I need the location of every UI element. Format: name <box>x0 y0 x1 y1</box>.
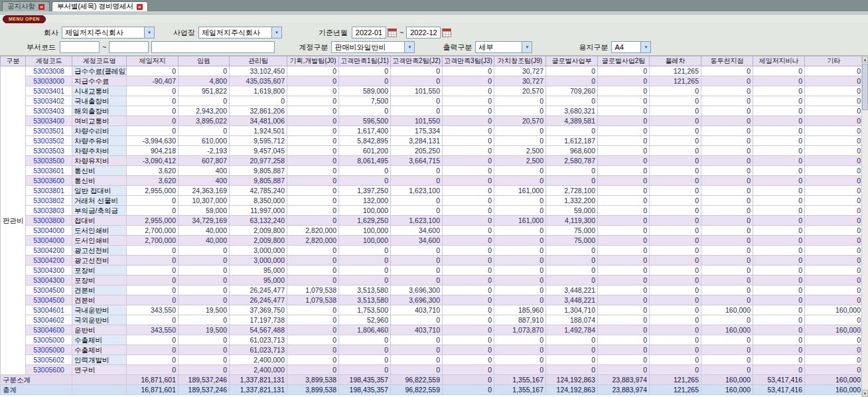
table-row[interactable]: 53003802거래처 선물비010,307,0008,350,0000132,… <box>1 196 863 206</box>
table-row[interactable]: 53004000도서인쇄비2,700,00040,0002,009,8002,8… <box>1 236 863 246</box>
account-code-cell: 53005000 <box>26 335 72 345</box>
value-cell: 185,960 <box>494 305 546 315</box>
table-row[interactable]: 53004300포장비0095,00000000000000 <box>1 276 863 285</box>
table-row[interactable]: 53003800접대비2,955,00034,729,16963,132,240… <box>1 216 863 226</box>
table-row[interactable]: 53004300포장비0095,00000000000000 <box>1 266 863 276</box>
value-cell: 160,000 <box>701 385 753 395</box>
chevron-down-icon[interactable]: ▼ <box>271 27 281 38</box>
table-row[interactable]: 53003401시내교통비0951,8221,619,8000589,00010… <box>1 86 863 96</box>
scroll-up-icon[interactable]: ▲ <box>862 56 868 63</box>
dept-code-to-input[interactable] <box>109 41 149 53</box>
table-row[interactable]: 53005600연구비002,400,00000000000000 <box>1 365 863 375</box>
value-cell: 100,000 <box>339 226 391 236</box>
close-icon[interactable]: × <box>38 4 44 10</box>
table-row[interactable]: 53004602국외운반비0017,197,738052,96000887,91… <box>1 315 863 325</box>
close-icon[interactable]: × <box>137 4 143 10</box>
value-cell: 0 <box>391 355 443 365</box>
table-row[interactable]: 53003600통신비3,6204009,805,88700000000000 <box>1 176 863 186</box>
scrollbar-thumb[interactable] <box>862 64 868 110</box>
table-row[interactable]: 53003500차량유지비-3,090,412607,80720,977,258… <box>1 156 863 166</box>
scrollbar-track[interactable] <box>862 111 868 390</box>
value-cell: 24,363,169 <box>179 186 230 196</box>
table-row[interactable]: 53003403해외출장비02,943,20032,861,206000003,… <box>1 106 863 116</box>
value-cell: 0 <box>443 126 494 136</box>
table-row[interactable]: 53004601국내운반비343,55019,50037,369,75001,7… <box>1 305 863 315</box>
company-select[interactable]: 제일저지주식회사 ▼ <box>62 27 155 39</box>
header-row: 구분계정코드계정코드명제일저지임원관리팀기획,개발팀(J0)고객만족1팀(J1)… <box>1 56 863 66</box>
value-cell: 0 <box>391 206 443 216</box>
summary-label-cell: 구분소계 <box>1 375 72 385</box>
table-row[interactable]: 53003803부의금/축의금059,00011,997,0000100,000… <box>1 206 863 216</box>
value-cell: 0 <box>339 106 391 116</box>
period-from-input[interactable] <box>352 27 386 39</box>
table-row[interactable]: 53004200광고선전비003,000,00000000000000 <box>1 246 863 256</box>
table-row[interactable]: 53003501차량수리비001,924,50101,617,400175,33… <box>1 126 863 136</box>
value-cell: 0 <box>753 266 805 276</box>
table-row[interactable]: 53003801일반 접대비2,955,00024,363,16942,785,… <box>1 186 863 196</box>
value-cell: 0 <box>701 365 753 375</box>
value-cell: 0 <box>443 385 494 395</box>
chevron-down-icon[interactable]: ▼ <box>640 42 650 52</box>
table-row[interactable]: 53005000수출제비0061,023,71300000000000 <box>1 345 863 355</box>
menu-open-button[interactable]: MENU OPEN <box>3 15 46 23</box>
value-cell: 20,977,258 <box>230 156 287 166</box>
table-row[interactable]: 53003503차량주차비904,218-2,1939,457,0450601,… <box>1 146 863 156</box>
expense-table: 구분계정코드계정코드명제일저지임원관리팀기획,개발팀(J0)고객만족1팀(J1)… <box>0 56 863 395</box>
value-cell: 0 <box>443 226 494 236</box>
table-row[interactable]: 53004000도서인쇄비2,700,00040,0002,009,8002,8… <box>1 226 863 236</box>
summary-label-cell: 총계 <box>1 385 72 395</box>
value-cell: 3,000,000 <box>230 256 287 266</box>
calendar-icon[interactable] <box>442 29 451 37</box>
dept-code-from-input[interactable] <box>60 41 100 53</box>
value-cell: 0 <box>443 365 494 375</box>
table-row[interactable]: 53003502차량주유비-3,994,630610,0009,595,7120… <box>1 136 863 146</box>
table-row[interactable]: 판관비53003008급수수료(클레임)0033,102,450000030,7… <box>1 66 863 76</box>
table-row[interactable]: 53004200광고선전비003,000,00000000000000 <box>1 256 863 266</box>
value-cell: 0 <box>598 146 650 156</box>
table-row[interactable]: 53003601통신비3,6204009,805,88700000000000 <box>1 166 863 176</box>
value-cell: 0 <box>598 305 650 315</box>
table-row[interactable]: 53004600운반비343,55019,50054,567,48801,806… <box>1 325 863 335</box>
workplace-select[interactable]: 제일저지주식회사 ▼ <box>198 27 282 39</box>
table-row[interactable]: 53005602인력개발비002,400,00000000000000 <box>1 355 863 365</box>
table-row[interactable]: 53004500견본비0026,245,4771,079,5383,513,58… <box>1 295 863 305</box>
table-row[interactable]: 53003402국내출장비00007,500000000000 <box>1 96 863 106</box>
chevron-down-icon[interactable]: ▼ <box>404 42 414 52</box>
value-cell: 0 <box>598 176 650 186</box>
paper-select[interactable]: A4 ▼ <box>611 41 651 53</box>
column-header: 가치창조팀(J9) <box>494 56 546 66</box>
tab-expense-report[interactable]: 부서별(세목) 경비명세서 × <box>52 1 148 11</box>
table-row[interactable]: 53004500견본비0026,245,4771,079,5383,513,58… <box>1 285 863 295</box>
value-cell: 0 <box>598 166 650 176</box>
table-row[interactable]: 53005000수출제비0061,023,71300000000000 <box>1 335 863 345</box>
subtotal-row[interactable]: 구분소계16,871,601189,537,2461,337,821,1313,… <box>1 375 863 385</box>
chevron-down-icon[interactable]: ▼ <box>144 27 154 38</box>
period-to-input[interactable] <box>406 27 441 39</box>
dept-code-label: 부서코드 <box>27 42 56 52</box>
value-cell: 0 <box>230 96 287 106</box>
value-cell: 709,260 <box>546 86 598 96</box>
table-row[interactable]: 53003000지급수수료-90,4074,800435,035,6070000… <box>1 76 863 86</box>
table-row[interactable]: 53003400여비교통비03,895,02234,481,0060596,50… <box>1 116 863 126</box>
value-cell: 0 <box>546 266 598 276</box>
account-type-select[interactable]: 판매비와일반비 ▼ <box>331 41 415 53</box>
grand-total-row[interactable]: 총계16,871,601189,537,2461,337,821,1313,89… <box>1 385 863 395</box>
value-cell: 0 <box>753 365 805 375</box>
vertical-scrollbar[interactable]: ▲ ▼ <box>861 56 868 397</box>
tab-notice[interactable]: 공지사항 × <box>2 1 50 11</box>
value-cell: 0 <box>650 345 701 355</box>
value-cell: 0 <box>287 216 339 226</box>
value-cell: 0 <box>546 355 598 365</box>
output-select[interactable]: 세부 ▼ <box>475 41 532 53</box>
value-cell: 0 <box>701 76 753 86</box>
company-value: 제일저지주식회사 <box>62 28 144 38</box>
chevron-down-icon[interactable]: ▼ <box>522 42 532 52</box>
value-cell: 0 <box>546 256 598 266</box>
value-cell: 904,218 <box>127 146 179 156</box>
value-cell: 0 <box>701 86 753 96</box>
account-code-cell: 53003503 <box>26 146 72 156</box>
dept-name-input[interactable] <box>151 41 275 53</box>
value-cell: 0 <box>753 355 805 365</box>
scroll-down-icon[interactable]: ▼ <box>862 390 868 397</box>
calendar-icon[interactable] <box>388 29 397 37</box>
